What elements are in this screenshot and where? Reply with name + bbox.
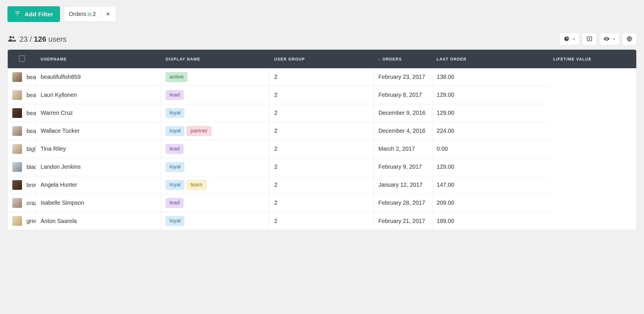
tag-loyal[interactable]: loyal <box>166 108 184 118</box>
add-filter-button[interactable]: Add Filter <box>7 6 60 22</box>
table-row[interactable]: beautifulwolf924Wallace Tuckerloyalpartn… <box>8 122 636 140</box>
cell-username[interactable]: beautifulgorilla340 <box>8 86 36 104</box>
table-row[interactable]: greenpanda316Anton Saarelaloyal2February… <box>8 212 636 230</box>
close-icon <box>106 11 110 17</box>
tag-team[interactable]: team <box>187 180 206 190</box>
cell-ltv: 129.00 <box>432 158 549 176</box>
visibility-button[interactable] <box>599 33 619 45</box>
column-header-last-order[interactable]: LAST ORDER <box>432 50 549 68</box>
users-table: USERNAME DISPLAY NAME USER GROUP ↓ORDERS… <box>7 49 637 230</box>
cell-username[interactable]: crazygoose215 <box>8 194 36 212</box>
chevron-down-icon <box>573 39 575 40</box>
avatar <box>12 144 22 154</box>
summary-unit: users <box>48 35 67 43</box>
table-row[interactable]: blackelephant678Landon Jenkinsloyal2Febr… <box>8 158 636 176</box>
summary-text: 23 / 126 users <box>19 35 67 44</box>
column-header-select[interactable] <box>8 50 36 68</box>
cell-user-group: lead <box>161 140 269 158</box>
public-share-button[interactable] <box>622 33 637 45</box>
cell-display-name: Warren Cruz <box>36 104 161 122</box>
cell-username[interactable]: greenpanda316 <box>8 212 36 230</box>
cell-username[interactable]: blackelephant678 <box>8 158 36 176</box>
cell-user-group: loyal <box>161 212 269 230</box>
tag-loyal[interactable]: loyal <box>166 216 184 226</box>
username-text: bigleopard800 <box>27 146 36 152</box>
cell-display-name: Lauri Kyllonen <box>36 86 161 104</box>
cell-user-group: lead <box>161 194 269 212</box>
filter-chip-orders[interactable]: Orders is 2 <box>64 7 116 22</box>
cell-user-group: loyalteam <box>161 176 269 194</box>
table-row[interactable]: brownbear112Angela Hunterloyalteam2Janua… <box>8 176 636 194</box>
column-header-user-group[interactable]: USER GROUP <box>269 50 374 68</box>
tag-lead[interactable]: lead <box>166 90 183 100</box>
tag-loyal[interactable]: loyal <box>166 162 184 172</box>
select-all-checkbox[interactable] <box>19 55 25 62</box>
table-header-row: USERNAME DISPLAY NAME USER GROUP ↓ORDERS… <box>8 50 636 68</box>
chart-view-button[interactable] <box>559 33 579 45</box>
cell-orders: 2 <box>269 212 374 230</box>
tag-partner[interactable]: partner <box>187 126 211 136</box>
cell-last-order: January 12, 2017 <box>374 176 432 194</box>
avatar <box>12 198 22 208</box>
cell-user-group: loyal <box>161 104 269 122</box>
cell-last-order: February 28, 2017 <box>374 194 432 212</box>
table-toolbar <box>559 33 637 45</box>
people-icon <box>7 35 16 43</box>
cell-user-group: active <box>161 68 269 86</box>
cell-last-order: December 4, 2016 <box>374 122 432 140</box>
table-row[interactable]: crazygoose215Isabelle Simpsonlead2Februa… <box>8 194 636 212</box>
filter-icon <box>14 10 21 18</box>
cell-username[interactable]: beautifulwolf924 <box>8 122 36 140</box>
cell-last-order: February 21, 2017 <box>374 212 432 230</box>
column-header-display-name[interactable]: DISPLAY NAME <box>161 50 269 68</box>
avatar <box>12 90 22 100</box>
username-text: brownbear112 <box>27 182 36 188</box>
table-row[interactable]: bigleopard800Tina Rileylead2March 2, 201… <box>8 140 636 158</box>
username-text: beautifulwolf924 <box>27 128 36 134</box>
cell-ltv: 138.00 <box>432 68 549 86</box>
username-text: beautifulfish859 <box>27 74 36 80</box>
svg-point-1 <box>12 37 14 39</box>
cell-username[interactable]: beautifulswan745 <box>8 104 36 122</box>
cell-last-order: March 2, 2017 <box>374 140 432 158</box>
cell-last-order: February 23, 2017 <box>374 68 432 86</box>
cell-ltv: 209.00 <box>432 194 549 212</box>
summary-total: 126 <box>34 35 46 43</box>
filter-chip-remove-button[interactable] <box>105 10 111 18</box>
column-header-orders[interactable]: ↓ORDERS <box>374 50 432 68</box>
username-text: beautifulswan745 <box>27 110 36 116</box>
cell-user-group: loyalpartner <box>161 122 269 140</box>
cell-last-order: February 8, 2017 <box>374 86 432 104</box>
cell-display-name: Wallace Tucker <box>36 122 161 140</box>
cell-username[interactable]: bigleopard800 <box>8 140 36 158</box>
cell-display-name: Tina Riley <box>36 140 161 158</box>
table-row[interactable]: beautifulswan745Warren Cruzloyal2Decembe… <box>8 104 636 122</box>
cell-username[interactable]: brownbear112 <box>8 176 36 194</box>
cell-display-name: Landon Jenkins <box>36 158 161 176</box>
tag-active[interactable]: active <box>166 72 187 82</box>
avatar <box>12 126 22 136</box>
filter-chip-divider <box>101 11 101 18</box>
column-header-username[interactable]: USERNAME <box>36 50 161 68</box>
pie-chart-icon <box>564 36 569 43</box>
open-external-button[interactable] <box>582 33 597 45</box>
tag-loyal[interactable]: loyal <box>166 126 184 136</box>
table-row[interactable]: beautifulgorilla340Lauri Kyllonenlead2Fe… <box>8 86 636 104</box>
cell-ltv: 129.00 <box>432 104 549 122</box>
tag-loyal[interactable]: loyal <box>166 180 184 190</box>
cell-username[interactable]: beautifulfish859 <box>8 68 36 86</box>
avatar <box>12 216 22 226</box>
tag-lead[interactable]: lead <box>166 144 183 154</box>
eye-icon <box>604 36 609 43</box>
cell-display-name: Anton Saarela <box>36 212 161 230</box>
summary-row: 23 / 126 users <box>7 33 637 45</box>
cell-display-name: Isabelle Simpson <box>36 194 161 212</box>
table-row[interactable]: beautifulfish859beautifulfish859active2F… <box>8 68 636 86</box>
column-header-ltv[interactable]: LIFETIME VALUE <box>549 50 636 68</box>
tag-lead[interactable]: lead <box>166 198 183 208</box>
add-filter-label: Add Filter <box>25 11 53 18</box>
username-text: beautifulgorilla340 <box>27 92 36 98</box>
cell-ltv: 224.00 <box>432 122 549 140</box>
cell-orders: 2 <box>269 140 374 158</box>
avatar <box>12 162 22 172</box>
